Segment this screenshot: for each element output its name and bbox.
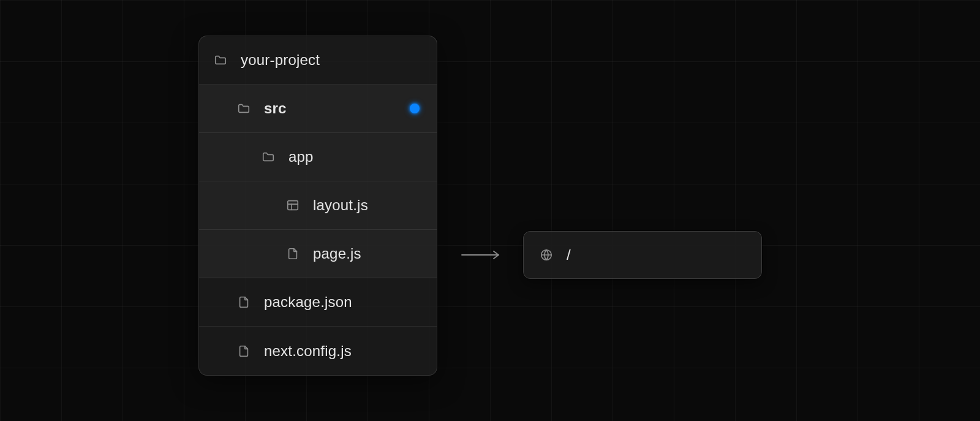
- route-pill: /: [523, 231, 762, 279]
- tree-item-layout[interactable]: layout.js: [199, 181, 437, 230]
- tree-item-app[interactable]: app: [199, 133, 437, 181]
- file-icon: [237, 295, 251, 309]
- file-icon: [286, 247, 300, 260]
- tree-item-page[interactable]: page.js: [199, 230, 437, 278]
- tree-item-package[interactable]: package.json: [199, 278, 437, 327]
- file-tree-panel: your-project src app layout.js page.js p…: [198, 36, 437, 376]
- folder-icon: [262, 150, 275, 164]
- tree-root-label: your-project: [241, 51, 320, 69]
- tree-item-label: next.config.js: [264, 343, 352, 360]
- folder-icon: [237, 102, 251, 115]
- svg-rect-0: [288, 201, 298, 210]
- tree-root[interactable]: your-project: [199, 36, 437, 85]
- globe-icon: [540, 248, 553, 262]
- file-icon: [237, 344, 251, 358]
- tree-item-label: app: [288, 148, 314, 165]
- folder-icon: [214, 53, 227, 67]
- arrow-icon: [461, 254, 503, 256]
- tree-item-label: page.js: [313, 245, 361, 262]
- status-dot-icon: [410, 104, 420, 113]
- tree-item-label: package.json: [264, 294, 352, 311]
- tree-item-nextconfig[interactable]: next.config.js: [199, 327, 437, 375]
- route-path: /: [567, 246, 571, 264]
- tree-item-label: src: [264, 100, 287, 117]
- tree-item-src[interactable]: src: [199, 85, 437, 133]
- layout-icon: [286, 199, 300, 212]
- tree-item-label: layout.js: [313, 197, 368, 214]
- grid-background: [0, 0, 980, 421]
